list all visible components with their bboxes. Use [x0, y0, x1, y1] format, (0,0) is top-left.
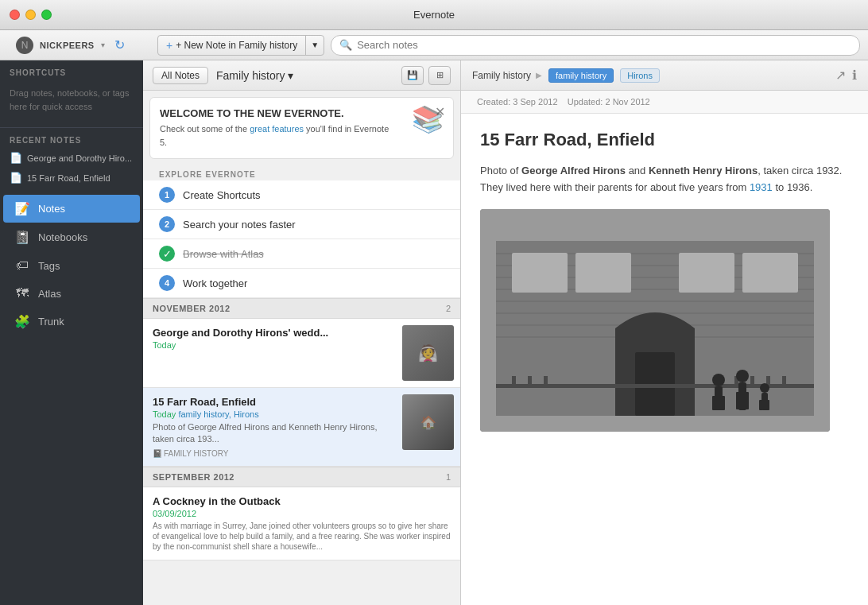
info-button[interactable]: ℹ	[852, 68, 857, 83]
sidebar-item-trunk[interactable]: 🧩 Trunk	[3, 308, 140, 335]
svg-rect-18	[544, 376, 548, 388]
note-detail-meta: Created: 3 Sep 2012 Updated: 2 Nov 2012	[461, 91, 868, 114]
recent-label: RECENT NOTES	[0, 128, 143, 148]
svg-point-28	[736, 370, 749, 382]
search-input[interactable]	[357, 39, 851, 51]
new-note-button[interactable]: + + New Note in Family history ▼	[157, 35, 324, 56]
sidebar-item-atlas[interactable]: 🗺 Atlas	[3, 280, 140, 307]
tag-hirons[interactable]: Hirons	[620, 68, 660, 83]
note-detail-body[interactable]: 15 Farr Road, Enfield Photo of George Al…	[461, 114, 868, 605]
note-detail-paragraph: Photo of George Alfred Hirons and Kennet…	[480, 163, 849, 196]
checklist-label-4: Work together	[183, 277, 247, 289]
note-thumb-farr: 🏠	[402, 394, 454, 450]
note-date-cockney: 03/09/2012	[153, 509, 451, 518]
app-body: SHORTCUTS Drag notes, notebooks, or tags…	[0, 60, 868, 605]
recent-note-1[interactable]: 📄 George and Dorothy Hiro...	[0, 148, 143, 168]
svg-rect-35	[765, 400, 769, 410]
sync-button[interactable]: ↻	[114, 37, 125, 52]
nav-trunk-label: Trunk	[38, 316, 64, 328]
svg-rect-30	[736, 392, 741, 409]
section-count-sep: 1	[446, 472, 451, 482]
sidebar-item-tags[interactable]: 🏷 Tags	[3, 252, 140, 279]
notebook-badge-farr: 📓 FAMILY HISTORY	[153, 449, 229, 458]
nav-atlas-label: Atlas	[38, 288, 61, 300]
shortcuts-area: Drag notes, notebooks, or tags here for …	[0, 80, 143, 128]
notes-icon: 📝	[14, 201, 30, 216]
note-item-cockney[interactable]: A Cockney in the Outback 03/09/2012 As w…	[143, 487, 460, 560]
titlebar: Evernote	[0, 0, 868, 30]
check-num-1: 1	[159, 187, 175, 203]
nav-notebooks-label: Notebooks	[38, 231, 87, 243]
note-footer-farr: 📓 FAMILY HISTORY	[153, 449, 393, 458]
shortcuts-hint: Drag notes, notebooks, or tags here for …	[10, 88, 129, 111]
section-month-nov: NOVEMBER 2012	[153, 304, 231, 313]
section-count-nov: 2	[446, 304, 451, 313]
svg-rect-27	[720, 396, 725, 410]
search-icon: 🔍	[339, 39, 352, 51]
svg-point-24	[712, 374, 725, 386]
check-num-2: 2	[159, 216, 175, 232]
note-breadcrumb: Family history ▶	[472, 70, 542, 81]
note-item-george[interactable]: George and Dorothy Hirons' wedd... Today…	[143, 319, 460, 388]
svg-rect-21	[750, 376, 754, 388]
new-note-dropdown-arrow[interactable]: ▼	[306, 36, 324, 55]
checklist-item-4[interactable]: 4 Work together	[143, 269, 460, 298]
window-controls	[10, 10, 52, 20]
atlas-icon: 🗺	[14, 286, 30, 301]
sidebar-item-notes[interactable]: 📝 Notes	[3, 195, 140, 223]
welcome-title: WELCOME TO THE NEW EVERNOTE.	[160, 107, 396, 119]
svg-point-32	[760, 383, 769, 393]
sidebar: SHORTCUTS Drag notes, notebooks, or tags…	[0, 60, 143, 605]
notebook-selector[interactable]: Family history ▾	[216, 69, 293, 82]
checklist-label-1: Create Shortcuts	[183, 189, 261, 201]
svg-rect-10	[512, 253, 568, 293]
checklist-item-1[interactable]: 1 Create Shortcuts	[143, 180, 460, 210]
welcome-banner: ✕ WELCOME TO THE NEW EVERNOTE. Check out…	[149, 97, 454, 159]
nav-notes-label: Notes	[38, 203, 65, 215]
checklist-item-3[interactable]: ✓ Browse with Atlas	[143, 239, 460, 269]
maximize-button[interactable]	[41, 10, 52, 20]
checklist-label-2: Search your notes faster	[183, 219, 296, 231]
user-name[interactable]: NICKPEERS	[40, 41, 95, 50]
notebook-selector-label: Family history ▾	[216, 69, 293, 82]
shortcuts-label: SHORTCUTS	[0, 60, 143, 80]
recent-note-2[interactable]: 📄 15 Farr Road, Enfield	[0, 168, 143, 188]
note-title-george: George and Dorothy Hirons' wedd...	[153, 327, 393, 339]
svg-rect-17	[528, 376, 532, 388]
close-button[interactable]	[10, 10, 20, 20]
minimize-button[interactable]	[25, 10, 36, 20]
note-title-farr: 15 Farr Road, Enfield	[153, 396, 393, 408]
welcome-text: Check out some of the great features you…	[160, 122, 396, 149]
note-photo	[480, 209, 830, 432]
note-detail-toolbar: Family history ▶ family history Hirons ↗…	[461, 60, 868, 91]
note-item-farr[interactable]: 15 Farr Road, Enfield Today family histo…	[143, 388, 460, 467]
tag-family-history[interactable]: family history	[548, 68, 614, 83]
checklist-item-2[interactable]: 2 Search your notes faster	[143, 210, 460, 239]
svg-rect-12	[679, 253, 734, 293]
notebooks-icon: 📓	[14, 230, 30, 245]
explore-label: EXPLORE EVERNOTE	[143, 165, 460, 180]
svg-rect-23	[782, 376, 786, 388]
note-detail-title: 15 Farr Road, Enfield	[480, 130, 849, 150]
check-done-3: ✓	[159, 246, 175, 262]
share-button[interactable]: ↗	[835, 68, 846, 83]
notes-list-header: All Notes Family history ▾ 💾 ⊞	[143, 60, 460, 91]
detail-actions: ↗ ℹ	[835, 68, 857, 83]
sidebar-item-notebooks[interactable]: 📓 Notebooks	[3, 223, 140, 251]
svg-rect-34	[759, 400, 763, 410]
note-detail-panel: Family history ▶ family history Hirons ↗…	[461, 60, 868, 605]
user-avatar[interactable]: N	[16, 37, 33, 54]
breadcrumb-notebook[interactable]: Family history	[472, 70, 531, 81]
view-button[interactable]: ⊞	[428, 66, 451, 85]
recent-note-1-title: George and Dorothy Hiro...	[27, 153, 132, 163]
notebook-badge-icon: 📓	[153, 449, 162, 458]
note-icon: 📄	[10, 172, 22, 184]
note-date-george: Today	[153, 340, 393, 350]
svg-rect-31	[744, 392, 749, 409]
app-title: Evernote	[413, 9, 455, 21]
search-bar[interactable]: 🔍	[331, 35, 860, 56]
all-notes-button[interactable]: All Notes	[153, 67, 208, 84]
sort-button[interactable]: 💾	[401, 66, 424, 85]
new-note-label: + New Note in Family history	[176, 40, 297, 51]
tags-icon: 🏷	[14, 258, 30, 273]
